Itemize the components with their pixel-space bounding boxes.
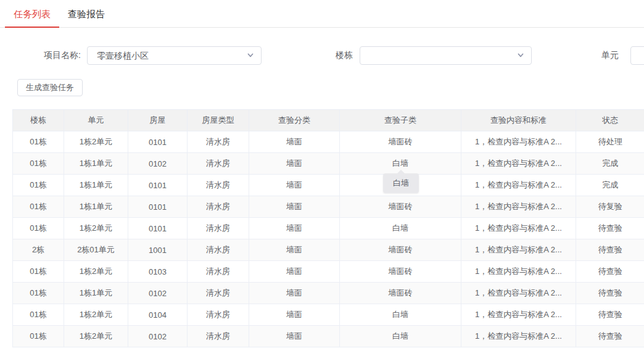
table-cell: 待查验	[576, 261, 644, 283]
table-row[interactable]: 01栋1栋2单元0101清水房墙面白墙1，检查内容与标准A 2...待查验	[13, 218, 644, 239]
table-cell: 墙面	[249, 131, 340, 153]
table-cell: 完成	[576, 153, 644, 175]
unit-label: 单元	[601, 46, 620, 64]
table-cell: 待复验	[576, 196, 644, 218]
table-cell: 1栋2单元	[64, 304, 128, 326]
table-cell: 01栋	[13, 283, 64, 304]
table-cell: 1，检查内容与标准A 2...	[461, 261, 576, 283]
table-cell: 清水房	[188, 196, 249, 218]
table-cell: 墙面	[249, 261, 340, 283]
table-cell: 1001	[128, 239, 188, 261]
column-header: 查验内容和标准	[461, 110, 576, 131]
table-cell: 待处理	[576, 131, 644, 153]
table-cell: 1，检查内容与标准A 2...	[461, 218, 576, 239]
table-row[interactable]: 2栋2栋01单元1001清水房墙面墙面砖1，检查内容与标准A 2...待查验	[13, 239, 644, 261]
table-cell: 白墙	[340, 218, 461, 239]
table-cell: 墙面砖	[340, 131, 461, 153]
table-cell: 1栋1单元	[64, 196, 128, 218]
table-row[interactable]: 01栋1栋2单元0103清水房墙面墙面砖1，检查内容与标准A 2...待查验	[13, 261, 644, 283]
table-row[interactable]: 01栋1栋2单元0102清水房墙面白墙1，检查内容与标准A 2...待查验	[13, 326, 644, 347]
table-cell: 墙面	[249, 196, 340, 218]
table-cell: 清水房	[188, 261, 249, 283]
table-cell: 0102	[128, 153, 188, 175]
table-cell: 1，检查内容与标准A 2...	[461, 131, 576, 153]
table-cell: 0102	[128, 326, 188, 347]
table-cell: 0101	[128, 175, 188, 196]
table-cell: 01栋	[13, 131, 64, 153]
table-row[interactable]: 01栋1栋1单元0102清水房墙面白墙1，检查内容与标准A 2...完成	[13, 153, 644, 175]
column-header: 查验子类	[340, 110, 461, 131]
table-cell: 1，检查内容与标准A 2...	[461, 326, 576, 347]
table-cell: 1栋2单元	[64, 326, 128, 347]
table-row[interactable]: 01栋1栋1单元0102清水房墙面墙面砖1，检查内容与标准A 2...待查验	[13, 283, 644, 304]
table-cell: 1栋2单元	[64, 131, 128, 153]
tab-inspection-report[interactable]: 查验报告	[59, 3, 114, 28]
chevron-down-icon	[516, 51, 525, 59]
table-cell: 清水房	[188, 283, 249, 304]
chevron-down-icon	[246, 51, 255, 59]
table-cell: 01栋	[13, 175, 64, 196]
cell-tooltip: 白墙	[383, 173, 419, 193]
table-cell: 清水房	[188, 175, 249, 196]
table-cell: 墙面	[249, 153, 340, 175]
tooltip-arrow-icon	[397, 170, 405, 174]
table-cell: 1栋1单元	[64, 175, 128, 196]
table-cell: 1，检查内容与标准A 2...	[461, 304, 576, 326]
unit-select[interactable]	[630, 46, 644, 65]
table-cell: 1栋2单元	[64, 218, 128, 239]
filter-row: 项目名称: 零壹移植小区 楼栋 单元	[0, 46, 644, 65]
building-label: 楼栋	[336, 46, 354, 64]
table-cell: 0102	[128, 283, 188, 304]
table-cell: 0101	[128, 196, 188, 218]
table-cell: 1栋2单元	[64, 261, 128, 283]
table-cell: 待查验	[576, 218, 644, 239]
table-cell: 清水房	[188, 304, 249, 326]
column-header: 房屋类型	[188, 110, 249, 131]
table-cell: 墙面砖	[340, 239, 461, 261]
table-cell: 1，检查内容与标准A 2...	[461, 196, 576, 218]
column-header: 查验分类	[249, 110, 340, 131]
table-cell: 墙面砖	[340, 196, 461, 218]
tab-task-list[interactable]: 任务列表	[5, 3, 59, 28]
task-table: 楼栋单元房屋房屋类型查验分类查验子类查验内容和标准状态 01栋1栋2单元0101…	[12, 109, 644, 347]
column-header: 状态	[576, 110, 644, 131]
table-cell: 清水房	[188, 326, 249, 347]
table-cell: 墙面砖	[340, 283, 461, 304]
building-select[interactable]	[360, 46, 532, 65]
project-select[interactable]: 零壹移植小区	[87, 46, 262, 65]
table-cell: 0101	[128, 131, 188, 153]
table-cell: 01栋	[13, 326, 64, 347]
project-name-label: 项目名称:	[0, 46, 81, 64]
table-cell: 墙面	[249, 175, 340, 196]
table-header-row: 楼栋单元房屋房屋类型查验分类查验子类查验内容和标准状态	[13, 110, 644, 131]
table-cell: 墙面	[249, 239, 340, 261]
table-cell: 墙面	[249, 218, 340, 239]
table-cell: 01栋	[13, 304, 64, 326]
column-header: 楼栋	[13, 110, 64, 131]
table-cell: 待查验	[576, 239, 644, 261]
table-cell: 待查验	[576, 283, 644, 304]
table-cell: 01栋	[13, 196, 64, 218]
table-cell: 0104	[128, 304, 188, 326]
column-header: 单元	[64, 110, 128, 131]
task-list-page: 任务列表 查验报告 项目名称: 零壹移植小区 楼栋 单元	[0, 0, 644, 348]
tooltip-text: 白墙	[393, 178, 409, 188]
table-row[interactable]: 01栋1栋1单元0101清水房墙面白墙1，检查内容与标准A 2...完成	[13, 175, 644, 196]
table-cell: 白墙	[340, 326, 461, 347]
table-cell: 0101	[128, 218, 188, 239]
table-cell: 待查验	[576, 326, 644, 347]
generate-inspection-task-button[interactable]: 生成查验任务	[17, 79, 83, 96]
table-cell: 清水房	[188, 218, 249, 239]
tab-bar: 任务列表 查验报告	[0, 0, 644, 28]
table-cell: 1，检查内容与标准A 2...	[461, 283, 576, 304]
table-cell: 01栋	[13, 153, 64, 175]
task-table-body: 01栋1栋2单元0101清水房墙面墙面砖1，检查内容与标准A 2...待处理01…	[13, 131, 644, 347]
table-row[interactable]: 01栋1栋2单元0104清水房墙面白墙1，检查内容与标准A 2...待查验	[13, 304, 644, 326]
table-row[interactable]: 01栋1栋2单元0101清水房墙面墙面砖1，检查内容与标准A 2...待处理	[13, 131, 644, 153]
table-cell: 完成	[576, 175, 644, 196]
table-row[interactable]: 01栋1栋1单元0101清水房墙面墙面砖1，检查内容与标准A 2...待复验	[13, 196, 644, 218]
table-cell: 2栋	[13, 239, 64, 261]
table-cell: 2栋01单元	[64, 239, 128, 261]
table-cell: 墙面	[249, 326, 340, 347]
project-select-value: 零壹移植小区	[97, 51, 149, 60]
